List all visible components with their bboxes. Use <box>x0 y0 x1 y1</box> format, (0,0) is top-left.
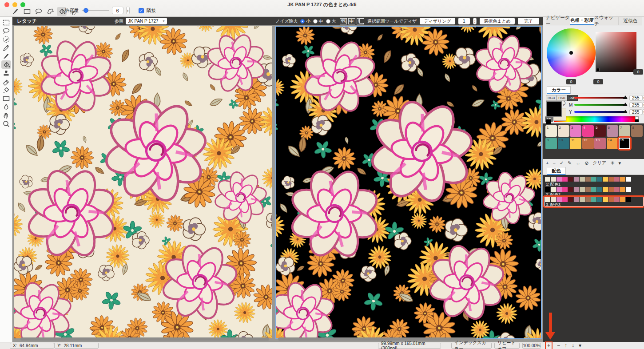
radio-icon[interactable] <box>300 19 305 24</box>
radio-icon[interactable] <box>326 19 330 24</box>
tolerance-slider-knob[interactable] <box>83 8 88 13</box>
tool-hand[interactable] <box>1 111 11 119</box>
panel-tab-色相・彩度[interactable]: 色相・彩度 <box>570 17 595 25</box>
tool-selection-brush[interactable] <box>1 35 11 44</box>
Y-slider[interactable] <box>574 111 627 113</box>
merge-selected-colors-button[interactable]: 選択色まとめ <box>480 18 515 24</box>
palette-swatch-4[interactable]: 4 <box>582 125 594 137</box>
color-tab[interactable]: カラー <box>547 86 571 94</box>
top-tool-lasso[interactable] <box>34 7 44 16</box>
dither-stepper[interactable]: ▴▾ <box>473 18 477 24</box>
palette-swatch-1[interactable]: 1 <box>545 125 557 137</box>
color-mode-button[interactable]: インデックスカラー <box>451 343 492 349</box>
dithering-button[interactable]: ディザリング <box>420 18 455 24</box>
palette-swatch-11[interactable]: 11 <box>570 138 581 149</box>
top-tool-rectangle[interactable] <box>22 7 32 16</box>
strength-button-中[interactable]: 中 <box>348 18 355 24</box>
zoom-readout[interactable]: 100.00% <box>522 343 541 349</box>
radio-icon[interactable] <box>313 19 318 24</box>
swap-colors-icon[interactable]: ⤸ <box>563 100 566 106</box>
tool-eraser[interactable] <box>1 77 11 86</box>
stroke-color-chip[interactable] <box>546 119 551 124</box>
scheme-row-2[interactable]: 2: 配色2 <box>544 186 644 196</box>
foreground-color-chip[interactable] <box>546 101 562 117</box>
palette-menu-icon[interactable]: ▾ <box>618 160 621 166</box>
panel-tab-ナビゲーター[interactable]: ナビゲーター <box>546 17 570 25</box>
palette-swatch-14[interactable]: 14 <box>607 138 618 149</box>
top-tool-brush[interactable] <box>11 7 20 16</box>
pattern-image-original[interactable] <box>14 26 272 338</box>
dither-selection-checkbox[interactable] <box>359 19 364 24</box>
palette-swatch-2[interactable]: 2 <box>558 125 569 137</box>
repeat-mode-button[interactable]: リピートオフ <box>494 343 520 349</box>
palette-swatch-5[interactable]: 5 <box>594 125 606 137</box>
palette-swatch-12[interactable]: 12 <box>582 138 594 149</box>
scheme-move-up-button[interactable]: ↑ <box>564 342 567 349</box>
scheme-tab[interactable]: 配色 <box>547 167 566 175</box>
tool-droplet[interactable] <box>1 103 11 111</box>
palette-settings-icon[interactable]: ✳ <box>610 160 614 166</box>
reference-select[interactable]: JK PAN P 1727 ▾ <box>126 18 167 24</box>
scheme-row-3[interactable]: 3: 配色3 <box>544 197 644 206</box>
C-slider[interactable] <box>574 97 627 99</box>
tool-lasso[interactable] <box>1 27 11 35</box>
M-stepper[interactable]: ▴▾ <box>642 102 644 108</box>
scheme-menu-button[interactable]: ▾ <box>579 342 581 349</box>
right-image-hscrollbar[interactable] <box>278 337 476 341</box>
tool-paint-bucket[interactable] <box>1 60 11 69</box>
scheme-move-down-button[interactable]: ↓ <box>572 342 574 349</box>
palette-swatch-6[interactable]: 6 <box>607 125 618 137</box>
palette-confirm-icon[interactable]: ✓ <box>560 160 564 166</box>
pattern-image-indexed[interactable] <box>275 26 542 339</box>
palette-clear-button[interactable]: クリア <box>593 160 607 166</box>
hue-wheel-marker[interactable] <box>569 51 573 55</box>
palette-swatch-3[interactable]: 3 <box>570 125 581 137</box>
palette-remove-icon[interactable]: − <box>553 160 555 166</box>
dither-value-field[interactable]: 1 <box>458 18 470 24</box>
palette-disable-icon[interactable]: ⊘ <box>584 160 588 166</box>
top-tool-polygon-lasso[interactable] <box>45 7 55 16</box>
tool-brush[interactable] <box>1 52 11 60</box>
tool-zoom[interactable] <box>1 119 11 128</box>
tool-fill-bucket[interactable] <box>1 86 11 94</box>
strength-button-弱[interactable]: 弱 <box>340 18 347 24</box>
color-mode-rgb[interactable]: RGB <box>546 95 557 101</box>
hue-spectrum-bar[interactable] <box>554 116 635 122</box>
tool-stamp[interactable] <box>1 69 11 77</box>
C-value-field[interactable]: 255 <box>629 95 642 101</box>
scheme-add-button[interactable]: + <box>545 341 553 349</box>
palette-swatch-9[interactable]: 9 <box>545 138 557 149</box>
saturation-square[interactable] <box>596 32 636 72</box>
palette-swatch-10[interactable]: 10 <box>558 138 569 149</box>
tool-marquee[interactable] <box>1 18 11 27</box>
done-button[interactable]: 完了 <box>518 18 539 24</box>
tolerance-slider[interactable] <box>82 10 109 11</box>
hue-wheel[interactable] <box>547 28 596 77</box>
palette-add-icon[interactable]: + <box>546 160 549 166</box>
M-value-field[interactable]: 255 <box>629 102 642 108</box>
slider-handle[interactable] <box>623 110 628 113</box>
palette-swatch-13[interactable]: 13 <box>594 138 606 149</box>
noise-radio-大[interactable]: 大 <box>326 18 336 24</box>
tool-rectangle[interactable] <box>1 94 11 103</box>
saturation-marker[interactable] <box>596 68 600 71</box>
M-slider[interactable] <box>574 104 627 106</box>
C-stepper[interactable]: ▴▾ <box>642 95 644 101</box>
tolerance-stepper[interactable]: ▴▾ <box>126 7 130 14</box>
palette-edit-icon[interactable]: ✎ <box>568 160 572 166</box>
scheme-row-1[interactable]: 1: 配色1 <box>544 176 644 186</box>
adjacent-checkbox[interactable]: ✓ <box>139 8 144 13</box>
left-image-hscrollbar[interactable] <box>20 337 269 341</box>
palette-swatch-7[interactable]: 7 <box>619 125 630 137</box>
white-black-selector[interactable] <box>635 116 639 122</box>
tool-eyedropper[interactable] <box>1 44 11 52</box>
Y-stepper[interactable]: ▴▾ <box>642 109 644 115</box>
tolerance-value-field[interactable]: 6 <box>112 7 123 14</box>
palette-swatch-15[interactable]: 15 <box>619 138 630 149</box>
noise-radio-中[interactable]: 中 <box>313 18 323 24</box>
Y-value-field[interactable]: 255 <box>629 109 642 115</box>
scheme-remove-button[interactable]: − <box>557 342 560 349</box>
palette-swap-icon[interactable]: ↔ <box>576 160 580 166</box>
slider-handle[interactable] <box>623 95 628 99</box>
panel-tab-近似色[interactable]: 近似色 <box>619 17 643 25</box>
